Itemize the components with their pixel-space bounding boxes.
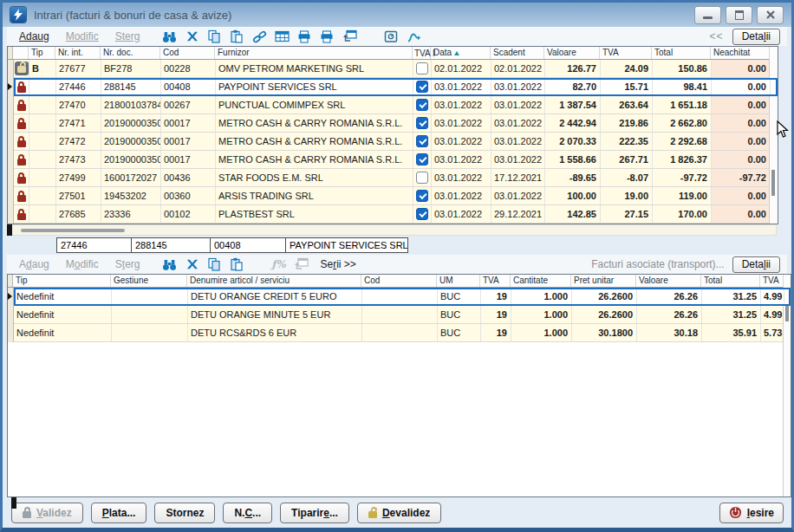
vertical-scrollbar[interactable]	[783, 287, 791, 496]
detalii-button[interactable]: Detalii	[732, 29, 780, 45]
col-pret-unitar[interactable]: Pret unitar	[571, 275, 636, 287]
col-gestiune[interactable]: Gestiune	[111, 275, 187, 287]
item-row[interactable]: NedefinitDETU RCS&RDS 6 EURBUC191.00030.…	[14, 324, 791, 342]
sterg-button[interactable]: Sterg	[115, 30, 140, 42]
detail-sterg-button[interactable]: Sterg	[115, 258, 140, 270]
col-data[interactable]: Data	[431, 47, 491, 59]
tva-incasare-checkbox[interactable]	[416, 99, 428, 111]
cell-furnizor: ARSIS TRADING SRL	[216, 187, 413, 204]
devalidez-button[interactable]: Devalidez	[357, 503, 441, 523]
excel-export-icon[interactable]	[182, 29, 201, 44]
tva-incasare-checkbox[interactable]	[416, 62, 428, 75]
serii-button[interactable]: Serii >>	[320, 258, 355, 270]
invoice-row[interactable]: 275011945320200360ARSIS TRADING SRL03.01…	[14, 187, 778, 205]
invoice-row[interactable]: 274702180010378400267PUNCTUAL COMIMPEX S…	[14, 96, 778, 114]
tva-incasare-checkbox[interactable]	[416, 190, 428, 202]
col-valoare[interactable]: Valoare	[544, 47, 600, 59]
tiparire-button[interactable]: Tiparire...	[280, 503, 349, 523]
print-alt-icon[interactable]	[317, 29, 336, 44]
safe-vault-icon[interactable]	[381, 29, 400, 44]
titlebar[interactable]: Intrari (facturi & bonuri de casa & aviz…	[3, 3, 791, 27]
invoice-row[interactable]: 2744628814500408PAYPOINT SERVICES SRL03.…	[14, 78, 778, 96]
detail-modific-button[interactable]: Modific	[66, 258, 99, 270]
fx-disabled-icon[interactable]	[269, 256, 288, 272]
col-cod[interactable]: Cod	[361, 275, 437, 287]
col-tva[interactable]: TVA	[480, 275, 511, 287]
summary-cod-field[interactable]: 00408	[210, 237, 286, 253]
horizontal-scrollbar[interactable]	[12, 224, 777, 236]
col-denumire[interactable]: Denumire articol / serviciu	[187, 275, 361, 287]
col-scadent[interactable]: Scadent	[491, 47, 544, 59]
adaug-button[interactable]: Adaug	[19, 30, 49, 42]
col-um[interactable]: UM	[437, 275, 480, 287]
tva-incasare-checkbox[interactable]	[416, 135, 428, 147]
tva-incasare-checkbox[interactable]	[416, 172, 428, 184]
stornez-button[interactable]: Stornez	[154, 503, 215, 523]
facturi-asociate-link[interactable]: Facturi asociate (transport)...	[591, 258, 724, 270]
iesire-button[interactable]: Iesire	[719, 503, 784, 523]
col-cantitate[interactable]: Cantitate	[511, 275, 571, 287]
tva-incasare-checkbox[interactable]	[416, 153, 428, 165]
tva-incasare-checkbox[interactable]	[416, 208, 428, 220]
invoice-row[interactable]: 27499160017202700436STAR FOODS E.M. SRL0…	[14, 169, 778, 187]
search-binoculars-icon[interactable]	[159, 256, 179, 272]
excel-export-icon[interactable]	[182, 256, 201, 272]
invoice-row[interactable]: 2747220190000350000017METRO CASH & CARRY…	[14, 133, 778, 151]
paste-document-icon[interactable]	[227, 256, 246, 272]
tva-incasare-checkbox[interactable]	[416, 81, 428, 93]
plata-button[interactable]: Plata...	[91, 503, 147, 523]
copy-document-icon[interactable]	[205, 256, 224, 272]
invoices-table-header: Tip Nr. int. Nr. doc. Cod Furnizor TVA I…	[8, 47, 778, 60]
col-tva[interactable]: TVA	[600, 47, 652, 59]
horizontal-scrollbar-thumb[interactable]	[21, 229, 125, 232]
print-icon[interactable]	[295, 29, 314, 44]
item-row[interactable]: NedefinitDETU ORANGE MINUTE 5 EURBUC191.…	[14, 306, 791, 324]
route-arrow-icon[interactable]	[404, 29, 423, 44]
summary-furnizor-field[interactable]: PAYPOINT SERVICES SRL	[285, 237, 408, 253]
col-tip[interactable]: Tip	[13, 275, 111, 287]
col-nr-doc[interactable]: Nr. doc.	[101, 47, 160, 59]
splitter-grip[interactable]	[11, 497, 16, 509]
col-total[interactable]: Total	[701, 275, 760, 287]
summary-nr-int-field[interactable]: 27446	[56, 237, 132, 253]
minimize-button[interactable]	[694, 6, 721, 24]
col-neachitat[interactable]: Neachitat	[711, 47, 770, 59]
cell-cantitate: 1.000	[511, 306, 572, 323]
col-cod[interactable]: Cod	[160, 47, 215, 59]
close-button[interactable]	[757, 6, 784, 24]
col-nr-int[interactable]: Nr. int.	[55, 47, 101, 59]
validez-button[interactable]: Validez	[11, 503, 83, 523]
nc-button[interactable]: N.C...	[223, 503, 272, 523]
cell-tip	[29, 151, 56, 168]
paste-document-icon[interactable]	[227, 29, 246, 44]
col-tva-2[interactable]: TVA	[760, 275, 784, 287]
cell-tip: Nedefinit	[14, 306, 112, 323]
invoice-row[interactable]: 2747120190000350000017METRO CASH & CARRY…	[14, 114, 778, 133]
lock-cell	[14, 96, 29, 114]
link-chain-icon[interactable]	[250, 29, 269, 44]
invoice-row[interactable]: B27677BF27800228OMV PETROM MARKETING SRL…	[14, 60, 778, 78]
cell-tip	[29, 169, 56, 186]
col-total[interactable]: Total	[652, 47, 711, 59]
copy-document-icon[interactable]	[205, 29, 224, 44]
col-tva-i[interactable]: TVA I	[413, 47, 431, 59]
send-to-window-icon[interactable]	[340, 29, 359, 44]
invoice-row[interactable]: 276852333600102PLASTBEST SRL03.01.202229…	[14, 205, 778, 224]
invoice-row[interactable]: 2747320190000350000017METRO CASH & CARRY…	[14, 151, 778, 169]
cell-tip: Nedefinit	[14, 324, 112, 341]
vertical-scrollbar-thumb[interactable]	[771, 170, 775, 196]
detail-detalii-button[interactable]: Detalii	[732, 256, 780, 273]
col-furnizor[interactable]: Furnizor	[215, 47, 413, 59]
col-tip[interactable]: Tip	[29, 47, 55, 59]
detail-adaug-button[interactable]: Adaug	[19, 258, 49, 270]
table-view-icon[interactable]	[272, 29, 291, 44]
col-valoare[interactable]: Valoare	[636, 275, 701, 287]
send-to-window-disabled-icon[interactable]	[291, 256, 310, 272]
collapse-label[interactable]: <<	[710, 30, 724, 42]
search-binoculars-icon[interactable]	[159, 29, 179, 44]
modific-button[interactable]: Modific	[66, 30, 99, 42]
restore-button[interactable]	[726, 6, 752, 24]
item-row[interactable]: NedefinitDETU ORANGE CREDIT 5 EUROBUC191…	[14, 288, 791, 306]
tva-incasare-checkbox[interactable]	[416, 117, 428, 129]
summary-nr-doc-field[interactable]: 288145	[131, 237, 211, 253]
